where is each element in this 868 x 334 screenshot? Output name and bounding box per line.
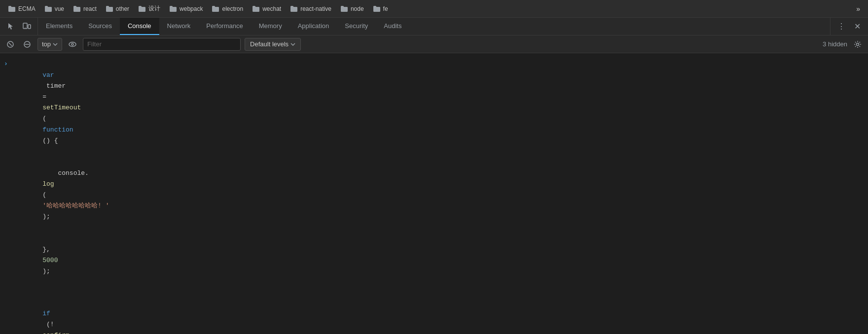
bookmark-ecma[interactable]: ECMA [4,4,39,14]
code-line: }, 5000 ); [12,234,109,288]
bookmark-wechat[interactable]: wechat [248,4,285,14]
folder-icon [73,5,81,12]
tab-console[interactable]: Console [120,18,159,35]
devtools-left-tools [0,18,38,35]
bookmark-label: react-native [300,5,331,12]
chevron-down-icon [290,43,295,46]
bookmark-label: electron [222,5,243,12]
folder-icon [138,5,146,12]
close-devtools-button[interactable]: ✕ [850,20,864,33]
bookmark-label: 设计 [148,4,160,13]
chevron-down-icon [53,43,58,46]
tab-elements[interactable]: Elements [38,18,80,35]
tab-memory[interactable]: Memory [251,18,290,35]
device-toolbar-button[interactable] [20,20,34,33]
folder-icon [290,5,298,12]
inspect-element-button[interactable] [4,20,18,33]
bookmark-label: wechat [262,5,281,12]
bookmark-vue[interactable]: vue [40,4,68,14]
filter-input[interactable] [83,38,241,51]
folder-icon [212,5,219,12]
bookmarks-bar: ECMA vue react other 设计 webpack [0,0,868,18]
svg-point-9 [857,43,859,45]
bookmark-react[interactable]: react [69,4,101,14]
console-entry-2: › if (! confirm ( '五秒后会狂笑! ' )) { clearT… [0,298,868,334]
bookmark-webpack[interactable]: webpack [165,4,207,14]
bookmark-label: webpack [180,5,203,12]
code-block-2: if (! confirm ( '五秒后会狂笑! ' )) { clearTim… [12,298,97,334]
bookmark-label: ECMA [18,5,36,12]
bookmark-label: node [351,5,364,12]
bookmark-label: vue [55,5,64,12]
bookmark-label: other [116,5,129,12]
bookmark-electron[interactable]: electron [208,4,247,14]
folder-icon [44,5,52,12]
devtools-tabs-bar: Elements Sources Console Network Perform… [0,18,868,35]
bookmark-node[interactable]: node [336,4,368,14]
console-entry-1: › var timer = setTimeout ( function () {… [0,59,868,288]
code-line: var timer = setTimeout ( function () { [12,59,109,157]
eye-icon [69,40,76,48]
string-value: '哈哈哈哈哈哈哈哈! ' [42,202,109,209]
tab-performance[interactable]: Performance [198,18,251,35]
console-toolbar: top Default levels 3 hidden [0,35,868,53]
more-tools-button[interactable]: ⋮ [834,20,848,33]
tab-audits[interactable]: Audits [376,18,409,35]
tab-application[interactable]: Application [290,18,337,35]
svg-point-2 [25,27,25,28]
folder-icon [8,5,16,12]
bookmark-react-native[interactable]: react-native [286,4,335,14]
code-block-1: var timer = setTimeout ( function () { c… [12,59,109,288]
code-line: if (! confirm ( '五秒后会狂笑! ' )) { [12,298,97,334]
number-value: 5000 [42,257,58,264]
cursor-icon [6,22,15,31]
context-selector[interactable]: top [37,38,62,51]
folder-icon [340,5,348,12]
svg-point-7 [69,42,76,46]
svg-rect-1 [28,25,31,29]
stop-log-button[interactable] [21,38,34,51]
console-settings-button[interactable] [851,38,864,51]
function-name-log: log [42,180,54,188]
tab-network[interactable]: Network [159,18,199,35]
function-name-confirm: confirm [42,332,70,334]
folder-icon [252,5,260,12]
bookmark-fe[interactable]: fe [369,4,392,14]
folder-icon [106,5,113,12]
bookmark-label: react [83,5,97,12]
tab-sources[interactable]: Sources [80,18,120,35]
function-name: setTimeout [42,104,81,111]
bookmark-design[interactable]: 设计 [134,3,164,14]
block-icon [23,40,31,48]
folder-icon [373,5,381,12]
gear-icon [854,40,862,48]
tab-security[interactable]: Security [337,18,376,35]
log-levels-button[interactable]: Default levels [245,38,301,51]
svg-point-8 [72,43,73,45]
bookmarks-more-button[interactable]: » [852,3,864,15]
code-line: console. log ( '哈哈哈哈哈哈哈哈! ' ); [12,157,109,234]
console-output: › var timer = setTimeout ( function () {… [0,53,868,334]
keyword-var: var [42,71,54,79]
bookmark-label: fe [383,5,388,12]
entry-arrow: › [4,59,8,69]
devtools-right-tools: ⋮ ✕ [830,18,868,35]
clear-icon [6,40,14,48]
console-blank-line [0,288,868,298]
svg-line-4 [9,43,12,46]
folder-icon [169,5,177,12]
keyword-if: if [42,310,50,317]
device-icon [22,22,31,31]
eye-button[interactable] [66,38,79,51]
bookmark-other[interactable]: other [102,4,133,14]
hidden-count-label: 3 hidden [823,40,847,48]
clear-console-button[interactable] [4,38,17,51]
